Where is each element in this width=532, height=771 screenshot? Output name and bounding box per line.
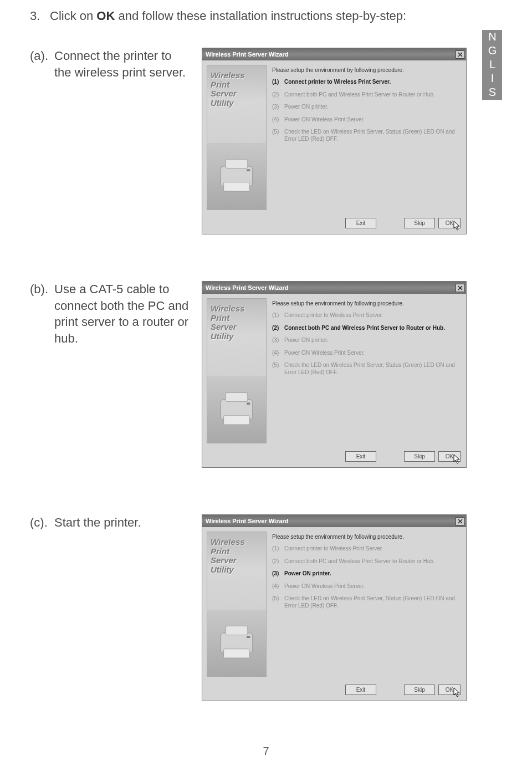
dialog-steps: (1) Connect printer to Wireless Print Se… [272, 79, 459, 142]
exit-button[interactable]: Exit [345, 685, 376, 695]
wizard-step: (3) Power ON printer. [272, 337, 459, 344]
caption-label: (c). [30, 514, 54, 531]
caption-label: (b). [30, 281, 54, 347]
dialog-intro-line: Please setup the environment by followin… [272, 67, 459, 73]
step-number: (5) [272, 129, 284, 142]
step-number: (3) [272, 104, 284, 111]
svg-rect-7 [247, 402, 250, 405]
printer-icon [207, 376, 266, 443]
skip-button[interactable]: Skip [404, 218, 435, 228]
step-number: (2) [272, 325, 284, 332]
exit-button[interactable]: Exit [345, 451, 376, 462]
caption-label: (a). [30, 48, 54, 80]
wizard-step: (5) Check the LED on Wireless Print Serv… [272, 362, 459, 376]
svg-rect-5 [226, 392, 248, 401]
dialog-titlebar: Wireless Print Server Wizard [202, 48, 466, 60]
step-text: Power ON Wireless Print Server. [284, 116, 459, 124]
wizard-step: (2) Connect both PC and Wireless Print S… [272, 325, 459, 332]
step-text: Power ON printer. [284, 337, 459, 344]
step-text: Check the LED on Wireless Print Server, … [284, 362, 459, 376]
dialog-intro-line: Please setup the environment by followin… [272, 534, 459, 540]
step-text: Power ON printer. [284, 570, 459, 578]
step-text: Check the LED on Wireless Print Server, … [284, 129, 459, 142]
close-button[interactable] [456, 284, 464, 292]
step-text: Power ON Wireless Print Server. [284, 583, 459, 590]
step-text: Connect both PC and Wireless Print Serve… [284, 91, 459, 99]
ok-word: OK [96, 9, 115, 23]
step-number: (3) [272, 570, 284, 578]
dialog-title: Wireless Print Server Wizard [206, 518, 456, 524]
svg-rect-9 [226, 626, 248, 635]
close-icon [458, 285, 463, 290]
svg-rect-1 [226, 159, 248, 168]
sidebar-utility-text: Wireless Print Server Utility [207, 299, 266, 341]
wizard-step: (4) Power ON Wireless Print Server. [272, 350, 459, 357]
wizard-step: (2) Connect both PC and Wireless Print S… [272, 558, 459, 565]
step-number: (5) [272, 595, 284, 609]
wizard-step: (4) Power ON Wireless Print Server. [272, 583, 459, 590]
caption-text: Start the printer. [54, 514, 191, 531]
step-number: (1) [272, 545, 284, 553]
wizard-step: (5) Check the LED on Wireless Print Serv… [272, 129, 459, 142]
dialog-titlebar: Wireless Print Server Wizard [202, 515, 466, 527]
intro-line: 3. Click on OK and follow these installa… [30, 9, 502, 23]
wizard-step: (1) Connect printer to Wireless Print Se… [272, 312, 459, 319]
sidebar-utility-text: Wireless Print Server Utility [207, 532, 266, 574]
dialog-content: Please setup the environment by followin… [272, 532, 462, 677]
close-button[interactable] [456, 50, 464, 59]
ok-button[interactable]: OK [438, 218, 461, 228]
close-icon [458, 52, 463, 57]
instruction-caption: (c). Start the printer. [30, 514, 202, 531]
instruction-section: (c). Start the printer. Wireless Print S… [30, 514, 502, 701]
step-number: (4) [272, 116, 284, 124]
step-text: Power ON printer. [284, 104, 459, 111]
caption-text: Connect the printer to the wireless prin… [54, 48, 191, 80]
step-number: (4) [272, 350, 284, 357]
printer-icon [207, 610, 266, 676]
skip-button[interactable]: Skip [404, 685, 435, 695]
step-number: (1) [272, 79, 284, 86]
instruction-caption: (a). Connect the printer to the wireless… [30, 48, 202, 80]
svg-rect-11 [247, 636, 250, 638]
instruction-section: (a). Connect the printer to the wireless… [30, 48, 502, 234]
exit-button[interactable]: Exit [345, 218, 376, 228]
wizard-step: (3) Power ON printer. [272, 570, 459, 578]
svg-rect-10 [224, 649, 250, 658]
wizard-step: (3) Power ON printer. [272, 104, 459, 111]
step-number: (3) [272, 337, 284, 344]
page-number: 7 [0, 745, 532, 758]
dialog-body: Wireless Print Server Utility [202, 527, 466, 681]
caption-text: Use a CAT-5 cable to connect both the PC… [54, 281, 191, 347]
step-text: Power ON Wireless Print Server. [284, 350, 459, 357]
step-text: Connect printer to Wireless Print Server… [284, 545, 459, 553]
dialog-steps: (1) Connect printer to Wireless Print Se… [272, 312, 459, 376]
dialog-intro-line: Please setup the environment by followin… [272, 300, 459, 307]
wizard-step: (5) Check the LED on Wireless Print Serv… [272, 595, 459, 609]
wizard-dialog: Wireless Print Server Wizard Wireless Pr… [202, 281, 467, 468]
svg-rect-6 [224, 416, 250, 425]
dialog-sidebar: Wireless Print Server Utility [207, 298, 267, 443]
ok-button[interactable]: OK [438, 685, 461, 695]
step-text: Check the LED on Wireless Print Server, … [284, 595, 459, 609]
language-tab: ENGLISH [482, 30, 502, 100]
sidebar-utility-text: Wireless Print Server Utility [207, 65, 266, 108]
wizard-step: (1) Connect printer to Wireless Print Se… [272, 545, 459, 553]
close-button[interactable] [456, 517, 464, 525]
dialog-content: Please setup the environment by followin… [272, 298, 462, 443]
step-number: (5) [272, 362, 284, 376]
step-number: (2) [272, 558, 284, 565]
step-text: Connect printer to Wireless Print Server… [284, 312, 459, 319]
step-number: (2) [272, 91, 284, 99]
dialog-sidebar: Wireless Print Server Utility [207, 65, 267, 210]
wizard-step: (1) Connect printer to Wireless Print Se… [272, 79, 459, 86]
dialog-button-row: Exit Skip OK [202, 215, 466, 234]
dialog-title: Wireless Print Server Wizard [206, 51, 456, 58]
step-number: (4) [272, 583, 284, 590]
wizard-dialog: Wireless Print Server Wizard Wireless Pr… [202, 514, 467, 701]
dialog-body: Wireless Print Server Utility [202, 60, 466, 215]
skip-button[interactable]: Skip [404, 451, 435, 462]
instruction-section: (b). Use a CAT-5 cable to connect both t… [30, 281, 502, 468]
ok-button[interactable]: OK [438, 451, 461, 462]
dialog-button-row: Exit Skip OK [202, 448, 466, 467]
wizard-step: (4) Power ON Wireless Print Server. [272, 116, 459, 124]
